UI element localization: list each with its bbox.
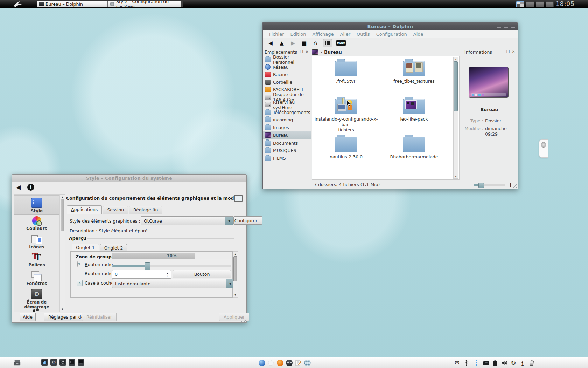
menu-button[interactable]: MENU xyxy=(336,40,346,46)
clipboard-tray-icon[interactable] xyxy=(491,359,499,367)
checkbox[interactable]: ✕ xyxy=(77,280,83,286)
dark-globe-icon[interactable] xyxy=(285,359,293,367)
info-icon[interactable]: i xyxy=(27,184,34,191)
menu-affichage[interactable]: Affichage xyxy=(309,32,336,37)
taskbar-task-dolphin[interactable]: Bureau – Dolphin xyxy=(37,1,111,7)
edit-note-icon[interactable] xyxy=(294,359,302,367)
keyboard-layout-indicator[interactable]: ▴ 1 xyxy=(519,359,526,367)
settings-titlebar[interactable]: Style – Configuration du système xyxy=(12,175,246,182)
virtual-desktop-3[interactable] xyxy=(536,1,544,7)
places-item-trash[interactable]: Corbeille xyxy=(263,79,311,86)
desktop-widget-handle[interactable] xyxy=(539,139,548,158)
folder-tile[interactable]: leo-like-pack xyxy=(381,99,447,122)
scroll-down-icon[interactable]: ▾ xyxy=(454,175,458,178)
sidebar-item-fenetres[interactable]: Fenêtres xyxy=(14,271,59,286)
folder-tile[interactable]: .fr-fC5tvP xyxy=(313,61,379,84)
firefox-icon[interactable] xyxy=(276,359,284,367)
dolphin-titlebar[interactable]: – Bureau – Dolphin xyxy=(263,22,518,30)
radio-button-1[interactable] xyxy=(77,261,78,267)
places-item-root[interactable]: Racine xyxy=(263,71,311,79)
scroll-up-icon[interactable]: ▴ xyxy=(60,195,65,199)
scrollbar-thumb[interactable] xyxy=(454,61,458,111)
places-item-images[interactable]: Images xyxy=(263,124,311,131)
virtual-desktop-1[interactable] xyxy=(516,1,524,7)
reset-button[interactable]: Réinitialiser xyxy=(82,313,117,321)
apple-icon[interactable] xyxy=(267,359,275,367)
tab-onglet-2[interactable]: Onglet 2 xyxy=(100,244,127,252)
scroll-down-icon[interactable]: ▾ xyxy=(233,293,238,297)
scroll-up-icon[interactable]: ▴ xyxy=(454,57,458,61)
breadcrumb-current[interactable]: Bureau xyxy=(324,49,342,55)
help-button[interactable]: Aide xyxy=(20,313,36,321)
tab-reglage-fin[interactable]: Réglage fin xyxy=(129,206,162,214)
browser-globe-icon[interactable] xyxy=(303,359,311,367)
spin-arrows[interactable]: ▴ ▿ xyxy=(165,271,170,278)
folder-tile[interactable]: instalando-y-configurando-x-bar_ fichier… xyxy=(313,99,379,133)
mail-tray-icon[interactable]: ✉ xyxy=(453,359,461,367)
window-menu-icon[interactable]: – xyxy=(266,24,269,29)
trash-tray-icon[interactable] xyxy=(528,359,536,367)
refresh-tray-icon[interactable]: ↻ xyxy=(510,359,517,367)
monitor-icon[interactable] xyxy=(78,359,84,366)
file-drawer-icon[interactable] xyxy=(13,359,21,367)
folder-tile[interactable]: Rhabarbermarmelade xyxy=(381,137,447,160)
places-item-home[interactable]: Dossier Personnel xyxy=(263,56,311,63)
spinbox[interactable]: 0 ▴ ▿ xyxy=(112,270,171,279)
zoom-slider-handle[interactable] xyxy=(478,183,484,188)
close-panel-icon[interactable]: ✕ xyxy=(306,50,308,54)
up-icon[interactable]: ▲ xyxy=(278,40,285,46)
sidebar-scrollbar[interactable]: ▴ ▾ xyxy=(60,194,65,312)
slider-handle[interactable] xyxy=(145,262,150,271)
clock[interactable]: 18:05 xyxy=(556,0,575,8)
float-panel-icon[interactable]: ❐ xyxy=(300,50,303,54)
menu-edition[interactable]: Édition xyxy=(288,32,309,37)
camera-icon[interactable] xyxy=(59,359,66,366)
zoom-out-icon[interactable]: − xyxy=(467,183,471,187)
minimize-button[interactable] xyxy=(497,25,501,28)
terminal-icon[interactable] xyxy=(69,359,75,366)
scrollbar-thumb[interactable] xyxy=(233,256,237,281)
virtual-desktop-4[interactable] xyxy=(546,1,554,7)
places-item-downloads[interactable]: Téléchargements xyxy=(263,109,311,116)
radio-button-2[interactable] xyxy=(78,270,78,276)
sidebar-item-ecran-demarrage[interactable]: ⚙ Écran de démarrage xyxy=(14,289,59,309)
places-item-bureau[interactable]: Bureau xyxy=(263,131,311,139)
taskbar-task-settings[interactable]: Style – Configuration du système xyxy=(107,1,183,7)
pending-dots-icon[interactable] xyxy=(472,359,480,367)
menu-aller[interactable]: Aller xyxy=(337,32,353,37)
scroll-down-icon[interactable]: ▾ xyxy=(60,307,65,311)
bureau-thumb-icon[interactable] xyxy=(312,49,318,55)
chart-window-icon[interactable] xyxy=(41,359,48,366)
close-panel-icon[interactable]: ✕ xyxy=(512,50,515,54)
split-view-icon[interactable] xyxy=(323,39,332,47)
resize-grip[interactable] xyxy=(513,184,517,188)
scroll-up-icon[interactable]: ▴ xyxy=(233,252,238,256)
folder-tile[interactable]: nautilus-2.30.0 xyxy=(313,137,379,160)
style-combobox[interactable]: QtCurve ▾ xyxy=(141,216,233,225)
device-tray-icon[interactable] xyxy=(482,359,490,367)
configure-button[interactable]: Configurer... xyxy=(233,216,262,225)
back-icon[interactable]: ◀ xyxy=(16,184,21,191)
sidebar-item-polices[interactable]: T T Polices xyxy=(14,253,59,267)
resize-grip[interactable] xyxy=(241,318,246,322)
menu-outils[interactable]: Outils xyxy=(354,32,373,37)
preview-combobox[interactable]: Liste déroulante ▾ xyxy=(112,279,234,288)
places-item-musiques[interactable]: MUSIQUES xyxy=(263,147,311,155)
usb-tray-icon[interactable] xyxy=(463,359,470,367)
stop-icon[interactable]: ■ xyxy=(301,40,308,46)
zoom-in-icon[interactable]: + xyxy=(508,183,513,187)
maximize-button[interactable] xyxy=(504,25,508,28)
spin-down-icon[interactable]: ▿ xyxy=(167,274,168,277)
preview-scrollbar[interactable]: ▴ ▾ xyxy=(233,251,238,298)
sidebar-item-partial[interactable] xyxy=(14,307,59,312)
float-panel-icon[interactable]: ❐ xyxy=(506,50,510,54)
menu-configuration[interactable]: Configuration xyxy=(373,32,410,37)
gear-window-icon[interactable]: ⚙ xyxy=(50,359,57,366)
kde-orb-icon[interactable] xyxy=(258,359,266,367)
places-item-system[interactable]: RIservl au systHme xyxy=(263,101,311,109)
places-item-films[interactable]: FILMS xyxy=(263,155,311,162)
preview-button[interactable]: Bouton xyxy=(173,270,231,278)
swallow-logo-icon[interactable] xyxy=(13,0,23,7)
sidebar-item-style[interactable]: Style xyxy=(14,198,59,213)
menu-fichier[interactable]: Fichier xyxy=(266,32,287,37)
